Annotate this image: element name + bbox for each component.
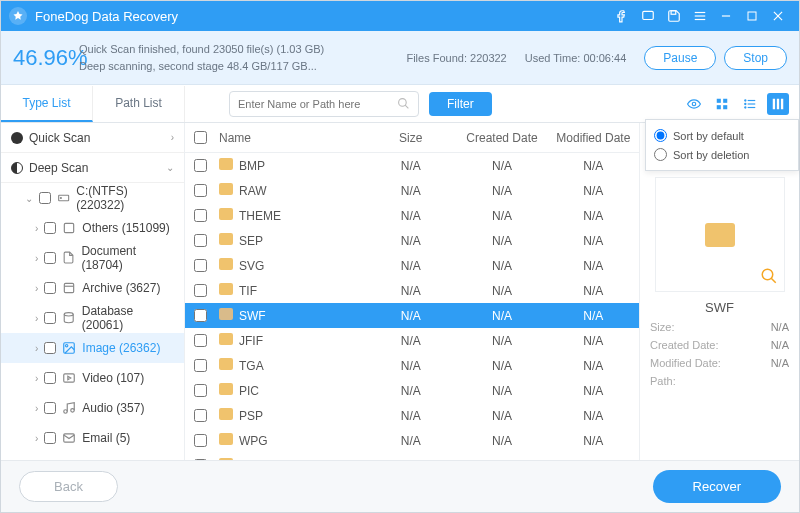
item-checkbox[interactable] xyxy=(44,402,56,414)
app-title: FoneDog Data Recovery xyxy=(35,9,609,24)
maximize-icon[interactable] xyxy=(739,3,765,29)
table-row[interactable]: SEP N/A N/A N/A xyxy=(185,228,639,253)
row-checkbox[interactable] xyxy=(194,409,207,422)
dot-icon xyxy=(11,132,23,144)
filter-button[interactable]: Filter xyxy=(429,92,492,116)
scan-line2: Deep scanning, second stage 48.4 GB/117 … xyxy=(79,58,406,75)
folder-icon xyxy=(219,283,233,295)
view-list-icon[interactable] xyxy=(739,93,761,115)
table-row[interactable]: JFIF N/A N/A N/A xyxy=(185,328,639,353)
table-row[interactable]: TGA N/A N/A N/A xyxy=(185,353,639,378)
table-row[interactable]: SVG N/A N/A N/A xyxy=(185,253,639,278)
row-checkbox[interactable] xyxy=(194,184,207,197)
select-all-checkbox[interactable] xyxy=(194,131,207,144)
search-input[interactable] xyxy=(238,98,397,110)
pause-button[interactable]: Pause xyxy=(644,46,716,70)
sidebar-item-5[interactable]: › Video (107) xyxy=(1,363,184,393)
table-row[interactable]: PSP N/A N/A N/A xyxy=(185,403,639,428)
row-created: N/A xyxy=(456,309,547,323)
row-name: SEP xyxy=(239,234,263,248)
detail-size: N/A xyxy=(771,321,789,333)
sidebar-item-4[interactable]: › Image (26362) xyxy=(1,333,184,363)
back-button[interactable]: Back xyxy=(19,471,118,502)
item-checkbox[interactable] xyxy=(44,282,56,294)
row-checkbox[interactable] xyxy=(194,284,207,297)
row-name: SWF xyxy=(239,309,266,323)
row-checkbox[interactable] xyxy=(194,159,207,172)
feedback-icon[interactable] xyxy=(635,3,661,29)
tab-type-list[interactable]: Type List xyxy=(1,86,93,122)
sidebar-item-6[interactable]: › Audio (357) xyxy=(1,393,184,423)
sidebar-item-2[interactable]: › Archive (3627) xyxy=(1,273,184,303)
recover-button[interactable]: Recover xyxy=(653,470,781,503)
table-row[interactable]: THEME N/A N/A N/A xyxy=(185,203,639,228)
toolbar: Type List Path List Filter xyxy=(1,85,799,123)
row-created: N/A xyxy=(456,384,547,398)
sidebar-deep-scan[interactable]: Deep Scan ⌄ xyxy=(1,153,184,183)
item-checkbox[interactable] xyxy=(44,372,56,384)
zoom-icon[interactable] xyxy=(760,267,778,285)
item-checkbox[interactable] xyxy=(44,432,56,444)
sidebar-item-3[interactable]: › Database (20061) xyxy=(1,303,184,333)
col-modified[interactable]: Modified Date xyxy=(548,131,639,145)
table-row[interactable]: BMP N/A N/A N/A xyxy=(185,153,639,178)
tab-path-list[interactable]: Path List xyxy=(93,86,185,122)
table-row[interactable]: PIC N/A N/A N/A xyxy=(185,378,639,403)
row-modified: N/A xyxy=(548,434,639,448)
row-created: N/A xyxy=(456,284,547,298)
row-size: N/A xyxy=(365,234,456,248)
sidebar-item-1[interactable]: › Document (18704) xyxy=(1,243,184,273)
drive-checkbox[interactable] xyxy=(39,192,51,204)
svg-point-36 xyxy=(71,409,75,413)
row-checkbox[interactable] xyxy=(194,359,207,372)
col-name[interactable]: Name xyxy=(215,131,365,145)
table-row[interactable]: RAW N/A N/A N/A xyxy=(185,178,639,203)
table-row[interactable]: WPG N/A N/A N/A xyxy=(185,428,639,453)
file-list-header: Name Size Created Date Modified Date xyxy=(185,123,639,153)
row-checkbox[interactable] xyxy=(194,434,207,447)
status-bar: 46.96% Quick Scan finished, found 23050 … xyxy=(1,31,799,85)
chevron-right-icon: › xyxy=(35,253,38,264)
sidebar-quick-scan[interactable]: Quick Scan › xyxy=(1,123,184,153)
row-checkbox[interactable] xyxy=(194,384,207,397)
col-size[interactable]: Size xyxy=(365,131,456,145)
view-grid-icon[interactable] xyxy=(711,93,733,115)
chevron-right-icon: › xyxy=(35,343,38,354)
row-size: N/A xyxy=(365,284,456,298)
row-modified: N/A xyxy=(548,259,639,273)
preview-toggle-icon[interactable] xyxy=(683,93,705,115)
save-icon[interactable] xyxy=(661,3,687,29)
sidebar-item-0[interactable]: › Others (151099) xyxy=(1,213,184,243)
table-row[interactable]: WMF N/A N/A N/A xyxy=(185,453,639,460)
item-checkbox[interactable] xyxy=(44,312,56,324)
sort-deletion[interactable]: Sort by deletion xyxy=(654,145,790,164)
files-found: Files Found: 220322 xyxy=(406,52,506,64)
row-checkbox[interactable] xyxy=(194,234,207,247)
row-created: N/A xyxy=(456,434,547,448)
item-checkbox[interactable] xyxy=(44,342,56,354)
detail-name: SWF xyxy=(705,300,734,315)
view-detail-icon[interactable] xyxy=(767,93,789,115)
row-checkbox[interactable] xyxy=(194,209,207,222)
col-created[interactable]: Created Date xyxy=(456,131,547,145)
row-checkbox[interactable] xyxy=(194,334,207,347)
close-icon[interactable] xyxy=(765,3,791,29)
row-modified: N/A xyxy=(548,309,639,323)
table-row[interactable]: SWF N/A N/A N/A xyxy=(185,303,639,328)
row-checkbox[interactable] xyxy=(194,259,207,272)
menu-icon[interactable] xyxy=(687,3,713,29)
stop-button[interactable]: Stop xyxy=(724,46,787,70)
table-row[interactable]: TIF N/A N/A N/A xyxy=(185,278,639,303)
row-checkbox[interactable] xyxy=(194,309,207,322)
sort-default[interactable]: Sort by default xyxy=(654,126,790,145)
minimize-icon[interactable] xyxy=(713,3,739,29)
row-name: SVG xyxy=(239,259,264,273)
search-box[interactable] xyxy=(229,91,419,117)
svg-line-10 xyxy=(405,105,408,108)
row-size: N/A xyxy=(365,384,456,398)
item-checkbox[interactable] xyxy=(44,252,56,264)
sidebar-drive[interactable]: ⌄ C:(NTFS) (220322) xyxy=(1,183,184,213)
sidebar-item-7[interactable]: › Email (5) xyxy=(1,423,184,453)
facebook-icon[interactable] xyxy=(609,3,635,29)
item-checkbox[interactable] xyxy=(44,222,56,234)
